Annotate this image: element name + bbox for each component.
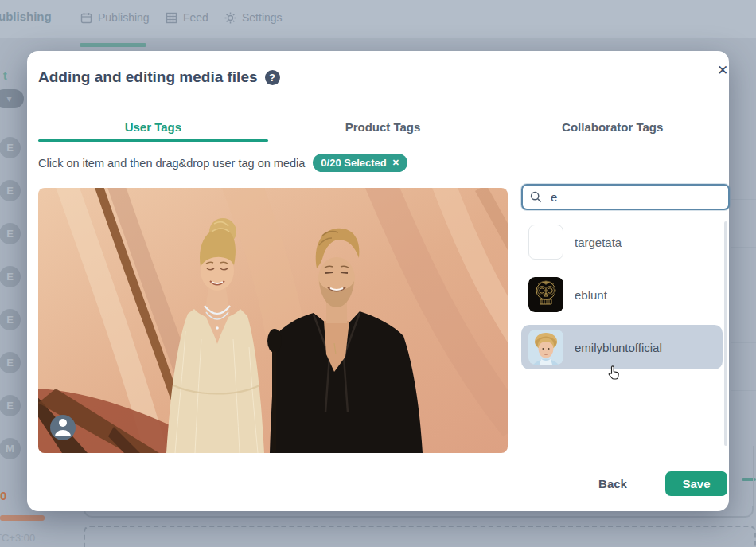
gear-icon <box>224 12 236 24</box>
user-name: eblunt <box>575 288 607 302</box>
bg-row-line <box>731 247 756 248</box>
rail-avatar[interactable]: M <box>0 438 21 459</box>
user-search-input[interactable] <box>549 189 711 205</box>
app-screen: ublishing Publishing Feed <box>0 0 756 547</box>
tab-label: Collaborator Tags <box>562 120 663 134</box>
media-tags-dialog: ✕ Adding and editing media files ? User … <box>27 51 729 511</box>
nav-publishing[interactable]: Publishing <box>80 11 150 24</box>
counter-partial: 0 <box>0 489 6 502</box>
dialog-title: Adding and editing media files <box>38 68 258 86</box>
collapse-chevron-icon[interactable]: ▾ <box>0 89 24 108</box>
cursor-pointer <box>606 365 621 384</box>
user-list-item-eblunt[interactable]: eblunt <box>521 272 723 317</box>
rail-avatar[interactable]: E <box>0 137 21 158</box>
calendar-icon <box>80 12 92 24</box>
nav-settings-label: Settings <box>242 11 283 24</box>
woman-portrait-avatar <box>528 330 563 365</box>
selection-badge-text: 0/20 Selected <box>321 157 386 169</box>
search-icon <box>530 191 542 203</box>
bg-row-line <box>731 199 756 200</box>
active-nav-underline <box>80 43 146 47</box>
sidebar-tab-partial: t <box>3 69 7 82</box>
nav-settings[interactable]: Settings <box>224 11 283 24</box>
stage-photo-illustration <box>38 188 508 453</box>
close-icon[interactable]: ✕ <box>717 64 728 77</box>
selection-badge: 0/20 Selected ✕ <box>313 154 407 172</box>
save-button[interactable]: Save <box>665 471 727 496</box>
tab-collaborator-tags[interactable]: Collaborator Tags <box>497 113 727 140</box>
bg-row-line <box>731 390 756 391</box>
badge-close-icon[interactable]: ✕ <box>392 158 399 168</box>
bg-row-line <box>731 342 756 343</box>
blank-avatar <box>528 225 563 260</box>
dialog-title-row: Adding and editing media files ? <box>38 68 280 86</box>
nav-feed-label: Feed <box>183 11 208 24</box>
person-tag-icon <box>50 415 76 440</box>
help-icon[interactable]: ? <box>265 70 280 85</box>
tab-label: User Tags <box>125 120 181 134</box>
user-search-box <box>521 184 730 210</box>
rail-avatar[interactable]: E <box>0 352 21 373</box>
rail-avatar[interactable]: E <box>0 395 21 416</box>
active-tab-underline <box>38 139 268 142</box>
rail-avatar[interactable]: E <box>0 223 21 244</box>
user-name: targetata <box>575 236 622 249</box>
user-list-item-targetata[interactable]: targetata <box>521 220 723 264</box>
rail-avatar[interactable]: E <box>0 309 21 330</box>
rail-avatar[interactable]: E <box>0 266 21 287</box>
timezone-label-partial: TC+3:00 <box>0 532 35 544</box>
back-button[interactable]: Back <box>585 473 641 494</box>
media-preview-image[interactable] <box>38 188 508 453</box>
grid-icon <box>166 12 177 24</box>
bg-card-edge <box>753 446 754 510</box>
add-media-dropzone[interactable]: Add images or videos <box>84 526 756 547</box>
instruction-row: Click on item and then drag&drop user ta… <box>38 154 407 172</box>
tab-bar: User Tags Product Tags Collaborator Tags <box>38 113 727 141</box>
tab-user-tags[interactable]: User Tags <box>38 113 268 140</box>
nav-feed[interactable]: Feed <box>166 11 208 24</box>
tab-product-tags[interactable]: Product Tags <box>268 113 498 140</box>
nav-publishing-label: Publishing <box>98 11 150 24</box>
tab-label: Product Tags <box>345 120 421 134</box>
list-scrollbar[interactable] <box>724 221 727 446</box>
user-list-item-emilybluntofficial[interactable]: emilybluntofficial <box>521 325 723 369</box>
progress-bar-partial <box>0 515 45 521</box>
bg-row-line <box>731 295 756 295</box>
sugar-skull-avatar <box>528 277 563 312</box>
rail-avatar[interactable]: E <box>0 180 21 201</box>
instruction-text: Click on item and then drag&drop user ta… <box>38 157 305 170</box>
window-title-partial: ublishing <box>0 10 52 23</box>
user-name: emilybluntofficial <box>575 341 662 354</box>
